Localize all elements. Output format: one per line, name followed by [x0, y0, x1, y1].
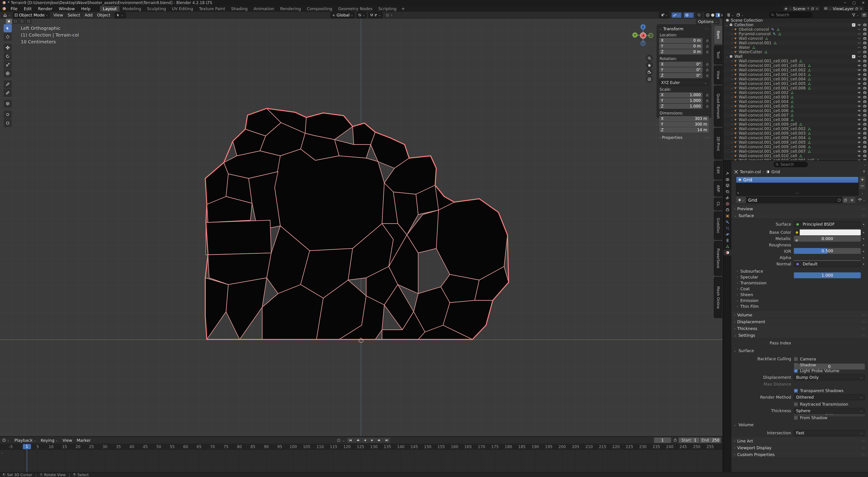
tab-modifiers-icon[interactable] — [723, 219, 732, 225]
panel-header-custom-properties[interactable]: ›Custom Properties∷∷ — [732, 451, 868, 458]
transform-orientation-dropdown[interactable]: Global⌄ — [331, 12, 355, 18]
shading-wireframe-icon[interactable] — [706, 13, 710, 17]
outliner-row[interactable]: ⌄Wall✓ — [723, 54, 868, 59]
eye-closed-icon[interactable] — [857, 41, 861, 45]
workspace-tab-texture-paint[interactable]: Texture Paint — [196, 6, 228, 11]
eye-icon[interactable] — [857, 109, 861, 112]
prop-surface[interactable]: Principled BSDF — [794, 222, 861, 227]
check-from-shadow[interactable]: From Shadow — [794, 415, 827, 420]
render-visibility-icon[interactable] — [863, 77, 867, 81]
sidebar-tab-3d-print[interactable]: 3D Print — [714, 128, 722, 160]
current-frame-badge[interactable]: 1 — [23, 444, 31, 449]
outliner-row[interactable]: ›Wall-convcol.001_cell.010_cell — [723, 154, 868, 158]
timeline-menu-view[interactable]: View — [63, 438, 72, 443]
prop-metallic[interactable]: 0.000 — [794, 236, 861, 242]
rotation-mode-dropdown[interactable]: XYZ Euler⌄ — [659, 80, 709, 86]
proportional-editing-toggle[interactable]: ∧ — [384, 12, 394, 18]
workspace-tab-scripting[interactable]: Scripting — [375, 6, 399, 11]
eye-icon[interactable] — [857, 123, 861, 126]
subpanel-subsurface[interactable]: ›Subsurface — [737, 269, 763, 273]
transform-field-scale-z[interactable]: Z1.000 — [659, 104, 703, 109]
viewport-menu-select[interactable]: Select — [68, 13, 80, 18]
transport-jump-start-button[interactable] — [347, 438, 354, 443]
subpanel-thin-film[interactable]: ›Thin Film — [737, 304, 758, 309]
lock-icon[interactable] — [706, 39, 709, 42]
render-visibility-icon[interactable] — [863, 68, 867, 72]
settings-surface-subpanel[interactable]: ⌄Surface — [734, 348, 754, 353]
outliner-row[interactable]: ›Wall-convcol.001_cell.009_cell — [723, 122, 868, 127]
viewlayer-selector[interactable]: ⌄ ViewLayer ✕ — [823, 6, 864, 11]
tab-tool-icon[interactable] — [723, 170, 732, 176]
outliner-row[interactable]: ›Wall-convcol.001_cell.001_cell.001 — [723, 63, 868, 68]
eye-icon[interactable] — [857, 127, 861, 131]
transform-field-scale-x[interactable]: X1.000 — [659, 92, 703, 98]
animate-dot[interactable] — [863, 257, 864, 259]
dropdown-render-method[interactable]: Dithered⌄ — [794, 394, 865, 400]
pin-icon[interactable] — [862, 170, 866, 173]
render-visibility-icon[interactable] — [863, 73, 867, 76]
dropdown-thickness[interactable]: Sphere⌄ — [794, 408, 865, 414]
render-visibility-icon[interactable] — [863, 59, 867, 63]
tab-material-icon[interactable] — [723, 249, 732, 255]
tab-data-icon[interactable] — [723, 243, 732, 249]
render-visibility-icon[interactable] — [863, 41, 867, 45]
timeline-tracks[interactable]: › — [0, 450, 722, 473]
render-visibility-icon[interactable] — [863, 91, 867, 94]
properties-subpanel-title[interactable]: Properties — [662, 135, 682, 140]
select-mode-lasso[interactable] — [26, 19, 32, 24]
terrain-mesh-wireframe[interactable] — [0, 12, 722, 436]
lock-icon[interactable] — [706, 99, 709, 102]
outliner-row[interactable]: ›Wall-convcol.001_cell.001_cell.003 — [723, 72, 868, 77]
sidebar-tab-view[interactable]: View — [714, 66, 722, 84]
eye-icon[interactable] — [857, 23, 861, 27]
tool-measure[interactable] — [4, 89, 12, 97]
render-visibility-icon[interactable] — [863, 127, 867, 131]
workspace-tab-compositing[interactable]: Compositing — [304, 6, 335, 11]
copy-material-icon[interactable] — [842, 197, 848, 203]
render-visibility-icon[interactable] — [863, 95, 867, 99]
eye-icon[interactable] — [857, 104, 861, 108]
outliner-row[interactable]: ›Obelisk-convcol — [723, 27, 868, 32]
tab-collection-icon[interactable] — [723, 207, 732, 213]
timeline-ruler[interactable]: -551015202530354045505560657075808590951… — [0, 444, 722, 450]
outliner-row[interactable]: ›Wall-convcol.001_cell.010_cell.001_cell — [723, 158, 868, 160]
viewport-options-dropdown[interactable]: Options⌄ — [696, 19, 720, 24]
object-visibility-dropdown[interactable]: ⌄ — [659, 12, 670, 18]
outliner-row[interactable]: ›Wall-convcol.001_cell.002 — [723, 90, 868, 95]
collection-checkbox[interactable]: ✓ — [852, 55, 855, 58]
render-visibility-icon[interactable] — [863, 131, 867, 135]
material-slot-row[interactable]: Grid — [736, 177, 858, 183]
close-button[interactable]: ✕ — [862, 0, 865, 5]
lock-icon[interactable] — [706, 45, 709, 48]
overlays-toggle[interactable]: ⌄ — [684, 12, 694, 18]
subpanel-sheen[interactable]: ›Sheen — [737, 292, 753, 297]
outliner-row[interactable]: ›Wall-convcol.001_cell.001_cell.006 — [723, 86, 868, 90]
minimize-button[interactable]: ─ — [844, 0, 846, 5]
render-visibility-icon[interactable] — [863, 113, 867, 117]
tab-render-icon[interactable] — [723, 176, 732, 182]
eye-icon[interactable] — [857, 145, 861, 148]
add-slot-button[interactable]: + — [860, 177, 865, 182]
nodetree-filter-icon[interactable]: ⌄ — [858, 198, 865, 202]
dropdown-displacement[interactable]: Bump Only⌄ — [794, 374, 865, 380]
outliner-row[interactable]: Scene Collection — [723, 18, 868, 23]
new-viewlayer-icon[interactable] — [855, 7, 858, 10]
outliner-row[interactable]: ›Wall-convcol.001_cell.004 — [723, 99, 868, 104]
menu-render[interactable]: Render — [38, 6, 53, 11]
subpanel-transmission[interactable]: ›Transmission — [737, 280, 767, 285]
render-visibility-icon[interactable] — [863, 50, 867, 54]
outliner-row[interactable]: ›Wall-convcol.001_cell.009_cell.007 — [723, 149, 868, 154]
select-mode-circle[interactable] — [19, 19, 25, 24]
eye-icon[interactable] — [857, 154, 861, 158]
eye-icon[interactable] — [857, 64, 861, 67]
render-visibility-icon[interactable] — [863, 28, 867, 31]
properties-search[interactable] — [774, 162, 808, 167]
workspace-tab-animation[interactable]: Animation — [250, 6, 277, 11]
workspace-tab-modeling[interactable]: Modeling — [120, 6, 144, 11]
transport-next-key-button[interactable] — [376, 438, 383, 443]
transform-field-dimensions-z[interactable]: Z14 m — [659, 127, 709, 133]
shading-material-icon[interactable] — [716, 13, 720, 18]
render-visibility-icon[interactable] — [863, 82, 867, 86]
tab-world-icon[interactable] — [723, 201, 732, 207]
eye-icon[interactable] — [857, 77, 861, 81]
